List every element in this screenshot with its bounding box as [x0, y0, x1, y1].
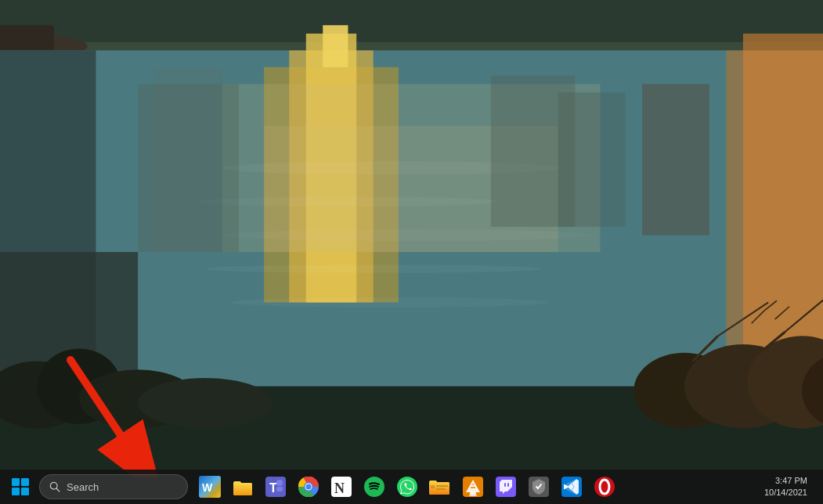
- svg-text:W: W: [202, 481, 213, 494]
- whatsapp-icon: [397, 477, 417, 497]
- taskbar-icon-chrome[interactable]: [293, 472, 324, 502]
- svg-rect-3: [0, 25, 54, 50]
- clock-date: 10/14/2021: [764, 487, 807, 499]
- svg-point-54: [276, 480, 283, 486]
- taskbar-icon-files[interactable]: [227, 472, 258, 502]
- svg-point-59: [306, 484, 312, 490]
- taskbar-icon-whatsapp[interactable]: [392, 472, 423, 502]
- taskbar-icon-opera[interactable]: [589, 472, 620, 502]
- spotify-icon: [364, 477, 384, 497]
- windows-logo-icon: [12, 478, 29, 495]
- svg-point-82: [600, 480, 609, 494]
- teams-icon: T: [265, 477, 286, 497]
- search-box[interactable]: Search: [39, 474, 188, 499]
- svg-point-13: [230, 297, 550, 308]
- clock-time: 3:47 PM: [764, 475, 807, 487]
- explorer-icon: [429, 477, 451, 496]
- taskbar-icon-explorer[interactable]: [424, 472, 456, 502]
- svg-point-62: [364, 477, 384, 497]
- svg-rect-67: [431, 485, 435, 488]
- svg-text:N: N: [334, 481, 345, 496]
- svg-rect-69: [436, 488, 446, 490]
- search-label: Search: [67, 481, 99, 493]
- svg-rect-73: [469, 495, 477, 496]
- svg-rect-51: [233, 483, 252, 495]
- svg-rect-68: [436, 485, 448, 487]
- taskbar-icon-twitch[interactable]: [490, 472, 522, 502]
- search-icon: [49, 481, 60, 492]
- winamp-icon: W: [199, 476, 221, 498]
- taskbar-right: 3:47 PM 10/14/2021: [760, 475, 818, 499]
- svg-line-46: [56, 488, 60, 491]
- desktop-background: [0, 0, 823, 504]
- vscode-icon: [561, 477, 582, 497]
- svg-rect-42: [642, 84, 709, 235]
- taskbar-icon-vlc[interactable]: [457, 472, 489, 502]
- opera-icon: [594, 477, 615, 497]
- taskbar-icon-notion[interactable]: N: [326, 472, 357, 502]
- security-icon: [529, 477, 549, 497]
- taskbar-icon-spotify[interactable]: [359, 472, 390, 502]
- taskbar-icon-teams[interactable]: T: [260, 472, 291, 502]
- svg-rect-41: [558, 92, 626, 227]
- taskbar-icons: W T: [194, 472, 620, 502]
- svg-point-12: [205, 265, 541, 273]
- svg-rect-72: [470, 492, 476, 495]
- vlc-icon: [463, 477, 483, 497]
- svg-point-24: [138, 378, 273, 428]
- notion-icon: N: [331, 477, 352, 497]
- svg-rect-55: [276, 487, 283, 491]
- system-clock[interactable]: 3:47 PM 10/14/2021: [760, 475, 812, 499]
- twitch-icon: [496, 477, 516, 497]
- chrome-icon: [298, 477, 319, 497]
- start-button[interactable]: [5, 472, 36, 502]
- taskbar-icon-vscode[interactable]: [556, 472, 587, 502]
- files-icon: [232, 477, 254, 497]
- svg-rect-78: [507, 483, 509, 487]
- taskbar: Search W: [0, 470, 823, 504]
- taskbar-icon-security[interactable]: [523, 472, 554, 502]
- svg-rect-77: [504, 483, 506, 487]
- svg-rect-8: [323, 25, 348, 67]
- svg-rect-1: [0, 0, 823, 42]
- svg-text:T: T: [269, 481, 277, 495]
- svg-rect-39: [155, 67, 222, 252]
- taskbar-icon-winamp[interactable]: W: [194, 472, 226, 502]
